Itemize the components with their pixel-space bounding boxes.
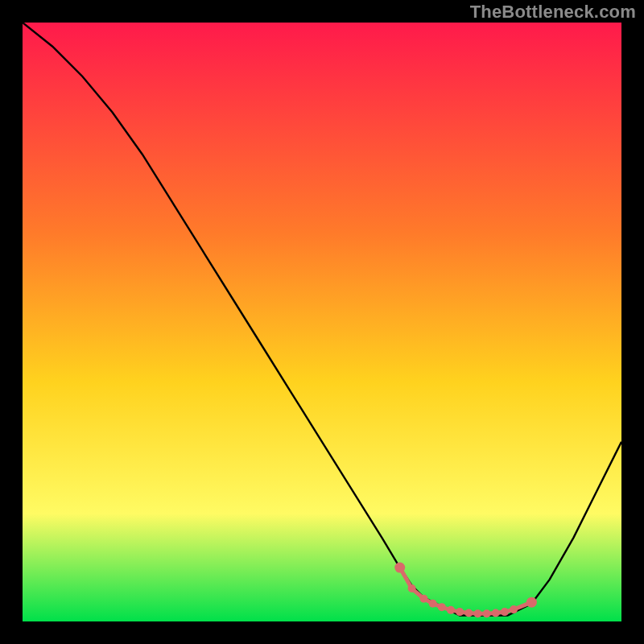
chart-frame: TheBottleneck.com bbox=[0, 0, 644, 644]
marker-dot bbox=[464, 609, 473, 617]
marker-dot bbox=[473, 609, 481, 617]
marker-dot bbox=[483, 609, 491, 617]
plot-svg bbox=[23, 23, 621, 621]
marker-dot bbox=[419, 595, 427, 603]
marker-dot bbox=[438, 603, 446, 611]
plot-area bbox=[23, 23, 621, 621]
marker-dot bbox=[408, 584, 416, 592]
marker-dot bbox=[447, 606, 455, 614]
watermark-text: TheBottleneck.com bbox=[470, 2, 636, 23]
marker-dot bbox=[510, 605, 518, 613]
marker-dot bbox=[429, 600, 437, 608]
marker-dot bbox=[492, 609, 500, 617]
marker-dot bbox=[394, 563, 405, 573]
marker-dot bbox=[456, 608, 464, 616]
marker-dot bbox=[501, 608, 509, 616]
marker-dot bbox=[526, 597, 537, 608]
